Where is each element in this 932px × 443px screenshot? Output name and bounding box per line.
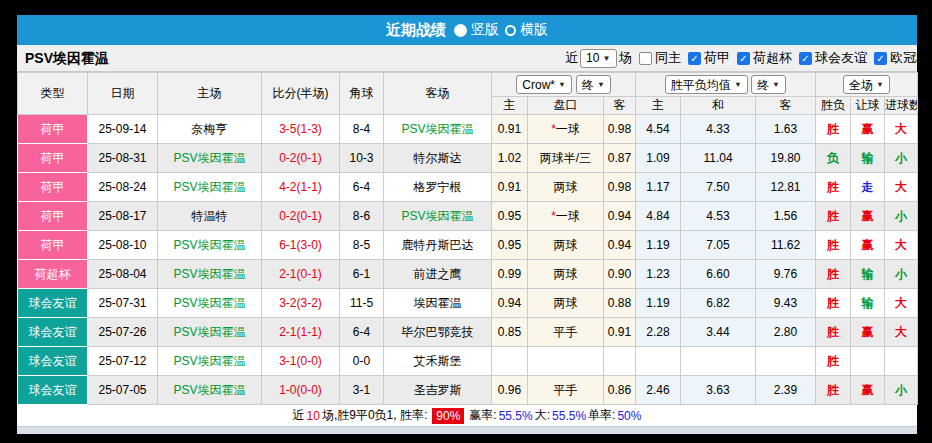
score-cell: 1-0(0-0) [262,376,340,405]
bookmaker-select-wrap: Crow* [516,75,572,94]
home-team[interactable]: PSV埃因霍温 [158,260,262,289]
date-cell: 25-07-05 [88,376,158,405]
sub-header-handicap-result: 让球 [851,97,885,115]
league-label-supercup[interactable]: 荷超杯 [753,49,792,67]
matches-label: 场 [619,49,632,67]
avg-home-cell: 4.54 [636,115,681,144]
corners-cell: 8-5 [340,231,384,260]
handicap-cell: 两球 [528,231,604,260]
result-row: 荷甲25-08-31PSV埃因霍温0-2(0-1)10-3特尔斯达1.02两球半… [18,144,918,173]
away-team[interactable]: 圣吉罗斯 [384,376,492,405]
col-header-date: 日期 [88,73,158,115]
home-team[interactable]: PSV埃因霍温 [158,347,262,376]
corners-cell: 0-0 [340,347,384,376]
stats-footer: 近10场,胜9平0负1, 胜率:90%赢率:55.5%大:55.5%单率:50% [17,405,917,426]
col-header-home: 主场 [158,73,262,115]
league-label-eredivisie[interactable]: 荷甲 [704,49,730,67]
away-odds-cell [604,347,636,376]
away-odds-cell: 0.98 [604,173,636,202]
score-cell: 0-2(0-1) [262,202,340,231]
avg-final-select-wrap: 终 [751,75,786,94]
odds-final-select[interactable]: 终 [576,75,611,94]
home-team[interactable]: PSV埃因霍温 [158,231,262,260]
corners-cell: 10-3 [340,144,384,173]
home-team[interactable]: PSV埃因霍温 [158,289,262,318]
home-team[interactable]: PSV埃因霍温 [158,144,262,173]
date-cell: 25-08-31 [88,144,158,173]
result-row: 球会友谊25-07-12PSV埃因霍温3-1(0-0)0-0艾禾斯堡胜 [18,347,918,376]
away-team[interactable]: 艾禾斯堡 [384,347,492,376]
footer-stat-text: 单率: [588,407,615,424]
corners-cell: 3-1 [340,376,384,405]
avg-draw-cell: 3.44 [681,318,756,347]
league-badge: 球会友谊 [18,347,87,375]
vertical-layout-radio[interactable] [454,24,467,37]
league-label-friendly[interactable]: 球会友谊 [815,49,867,67]
horizontal-scrollbar[interactable] [17,426,917,434]
horizontal-layout-radio[interactable] [505,25,516,36]
home-team[interactable]: PSV埃因霍温 [158,318,262,347]
league-badge: 荷甲 [18,202,87,230]
home-team[interactable]: 特温特 [158,202,262,231]
col-header-score: 比分(半场) [262,73,340,115]
home-team[interactable]: PSV埃因霍温 [158,376,262,405]
league-checkbox-supercup[interactable]: ✓ [737,52,750,65]
result-row: 荷甲25-08-24PSV埃因霍温4-2(1-1)6-4格罗宁根0.91两球0.… [18,173,918,202]
away-team[interactable]: 鹿特丹斯巴达 [384,231,492,260]
avg-home-cell: 2.46 [636,376,681,405]
away-team[interactable]: 埃因霍温 [384,289,492,318]
home-odds-cell: 0.99 [492,260,528,289]
away-team[interactable]: 特尔斯达 [384,144,492,173]
home-team[interactable]: PSV埃因霍温 [158,173,262,202]
away-team[interactable]: 毕尔巴鄂竞技 [384,318,492,347]
result-cell: 胜 [816,318,851,347]
score-cell: 3-2(3-2) [262,289,340,318]
footer-stat-text: 55.5% [552,409,586,423]
result-cell: 胜 [816,115,851,144]
away-team[interactable]: PSV埃因霍温 [384,202,492,231]
home-team[interactable]: 奈梅亨 [158,115,262,144]
league-checkbox-ucl[interactable]: ✓ [874,52,887,65]
vertical-layout-label[interactable]: 竖版 [471,21,499,39]
league-badge: 荷超杯 [18,260,87,288]
goals-result-cell: 大 [885,115,918,144]
goals-result-cell: 大 [885,318,918,347]
horizontal-layout-label[interactable]: 横版 [520,21,548,39]
league-checkbox-friendly[interactable]: ✓ [799,52,812,65]
league-label-ucl[interactable]: 欧冠杯 [890,49,929,67]
score-cell: 4-2(1-1) [262,173,340,202]
home-odds-cell [492,347,528,376]
handicap-result-cell: 走 [851,173,885,202]
footer-stat-text: 50% [617,409,641,423]
fulltime-select[interactable]: 全场 [843,75,890,94]
avg-home-cell: 1.19 [636,231,681,260]
avg-final-select[interactable]: 终 [751,75,786,94]
league-badge: 球会友谊 [18,318,87,346]
goals-result-cell: 大 [885,231,918,260]
avg-draw-cell: 11.04 [681,144,756,173]
date-cell: 25-08-17 [88,202,158,231]
home-odds-cell: 0.94 [492,289,528,318]
away-odds-cell: 0.88 [604,289,636,318]
avg-home-cell: 1.19 [636,289,681,318]
corners-cell: 6-4 [340,318,384,347]
league-checkbox-eredivisie[interactable]: ✓ [688,52,701,65]
league-type-cell: 荷甲 [18,173,88,202]
away-team[interactable]: 格罗宁根 [384,173,492,202]
near-count-select[interactable]: 10 [580,49,617,68]
avg-home-cell: 2.28 [636,318,681,347]
away-team[interactable]: 前进之鹰 [384,260,492,289]
results-table: 类型 日期 主场 比分(半场) 角球 客场 Crow* 终 胜平负均值 终 全场 [17,72,918,405]
score-cell: 2-1(1-1) [262,318,340,347]
away-team[interactable]: PSV埃因霍温 [384,115,492,144]
corners-cell: 8-4 [340,115,384,144]
same-home-label[interactable]: 同主 [655,49,681,67]
same-home-checkbox[interactable]: ✓ [639,52,652,65]
sub-header-avg-away: 客 [756,97,816,115]
handicap-result-cell [851,347,885,376]
handicap-cell: 两球 [528,289,604,318]
league-type-cell: 球会友谊 [18,376,88,405]
avg-away-cell: 12.81 [756,173,816,202]
bookmaker-select[interactable]: Crow* [516,75,572,94]
avg-select[interactable]: 胜平负均值 [665,75,748,94]
